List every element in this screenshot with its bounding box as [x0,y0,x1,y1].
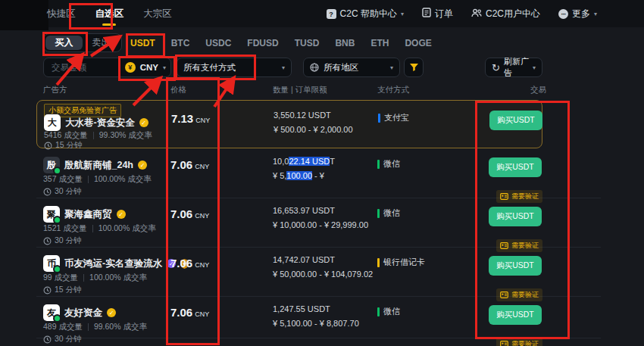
advertiser-name[interactable]: 友好资金 [64,307,102,320]
column-header: 支付方式 [377,85,409,95]
advertiser-name[interactable]: 殷航新商铺_24h [64,159,133,172]
nav-item[interactable]: ···更多▾ [558,8,597,20]
clock-icon [43,188,52,196]
orders-icon [422,8,431,20]
nav-item[interactable]: ?C2C 帮助中心▾ [327,8,404,20]
ad-row: 币币友鸿运-实名查验流水✓99 成交量100.00% 成交率15 分钟7.06C… [36,248,601,297]
trade-cell: 购买USDT [489,111,542,130]
advertiser-name-line: 币币友鸿运-实名查验流水✓ [43,255,189,272]
price-cell: 7.06CNY [170,158,209,172]
buy-usdt-button[interactable]: 购买USDT [489,256,542,276]
coin-tab-eth[interactable]: ETH [370,38,389,48]
payment-method: 银行借记卡 [377,257,425,268]
advertiser-name[interactable]: 大水巷-资金安全 [65,117,135,129]
active-tab-underline [102,23,116,26]
coin-tab-usdc[interactable]: USDC [205,38,231,48]
verified-check-icon: ✓ [138,161,147,170]
coin-tab-usdt[interactable]: USDT [130,38,155,48]
nav-item-label: C2C用户中心 [486,8,540,20]
payment-color-bar [377,209,380,218]
fiat-currency-select[interactable]: CNY [140,63,158,72]
coin-tab-bnb[interactable]: BNB [335,38,355,48]
chevron-down-icon: ▾ [390,64,393,71]
payment-method: 微信 [377,207,400,219]
region-select[interactable]: 所有地区 ▾ [303,58,400,77]
payment-cell: 支付宝 [378,112,409,123]
order-limit: ¥ 5,100.00 - ¥ 8,807.70 [273,319,402,328]
chevron-down-icon: ▾ [594,11,597,17]
column-header: 交易 [530,85,546,95]
advanced-filter-button[interactable] [404,58,424,77]
zone-tab[interactable]: 大宗区 [143,0,172,27]
advertiser-name[interactable]: 币友鸿运-实名查验流水 [64,257,162,270]
buy-usdt-button[interactable]: 购买USDT [489,207,542,226]
buy-usdt-button[interactable]: 购买USDT [489,157,542,177]
buy-usdt-button[interactable]: 购买USDT [489,305,542,325]
advertiser-name[interactable]: 聚海鑫商贸 [64,208,112,221]
nav-item-label: 订单 [435,8,453,20]
payment-cell: 银行借记卡 [377,257,425,268]
coin-tab-tusd[interactable]: TUSD [295,38,320,48]
trade-count: 489 成交量 [43,322,83,332]
trade-cell: 购买USDT需要验证 [489,207,542,226]
stats-divider [92,225,93,232]
price-currency: CNY [195,261,209,269]
order-limit: ¥ 500.00 - ¥ 2,000.00 [274,125,402,134]
coin-tab-btc[interactable]: BTC [171,38,190,48]
payment-method-label: 微信 [383,158,400,170]
refresh-ads-button[interactable]: ↻ 刷新广告 ▾ [485,58,542,77]
price-value: 7.13 [171,112,193,125]
payment-method-label: 微信 [383,207,400,219]
help-center-icon: ? [327,8,336,20]
coin-tab-doge[interactable]: DOGE [405,38,431,48]
price-value: 7.06 [170,158,192,171]
trade-cell: 购买USDT需要验证 [489,305,542,325]
sell-tab[interactable]: 卖出 [83,36,120,50]
nav-item-label: C2C 帮助中心 [340,8,397,20]
chevron-down-icon: ▾ [282,64,285,71]
completion-rate: 100.00% 成交率 [89,273,147,283]
clock-icon [44,142,52,150]
nav-item[interactable]: C2C用户中心 [471,8,540,20]
release-time-label: 30 分钟 [55,235,82,246]
advertiser-name-line: 友友好资金✓ [43,304,116,321]
stats-divider [83,274,84,282]
amount-input[interactable] [50,62,120,73]
payment-method: 微信 [377,158,400,170]
payment-color-bar [377,258,380,267]
chevron-down-icon: ▾ [401,11,404,17]
trade-count: 5416 成交量 [44,130,88,141]
order-limit: ¥ 50,000.00 - ¥ 104,079.02 [273,270,402,279]
completion-rate: 99.30% 成交率 [99,130,152,141]
advertiser-cell: 殷殷航新商铺_24h✓357 成交量100.00% 成交率30 分钟 [43,149,195,198]
advertiser-stats: 357 成交量100.00% 成交率 [43,174,152,185]
coin-tab-fdusd[interactable]: FDUSD [247,38,278,48]
buy-usdt-button[interactable]: 购买USDT [489,111,542,130]
stats-divider [88,323,89,331]
zone-tab[interactable]: 快捷区 [47,0,76,27]
buy-sell-toggle: 买入 卖出 [43,33,122,52]
payment-method-value: 所有支付方式 [183,62,236,73]
payment-color-bar [378,114,380,123]
advertiser-name-line: 大大水巷-资金安全✓ [44,114,148,131]
stats-divider [93,132,94,139]
chevron-down-icon[interactable]: ▾ [163,64,166,71]
payment-method-select[interactable]: 所有支付方式 ▾ [177,58,292,77]
completion-rate: 100.00% 成交率 [98,223,156,234]
price-currency: CNY [195,163,209,170]
trade-cell: 购买USDT需要验证 [489,256,542,276]
release-time-label: 30 分钟 [55,334,82,344]
ad-row: 殷殷航新商铺_24h✓357 成交量100.00% 成交率30 分钟7.06CN… [36,149,601,198]
zone-tab[interactable]: 自选区 [95,0,124,27]
price-currency: CNY [195,117,210,124]
advertiser-stats: 1521 成交量100.00% 成交率 [43,223,156,234]
price-currency: CNY [195,310,209,318]
buy-tab[interactable]: 买入 [45,36,83,50]
completion-rate: 100.00% 成交率 [94,174,152,185]
advertiser-stats: 5416 成交量99.30% 成交率 [44,130,152,141]
id-card-icon [500,341,508,346]
nav-item[interactable]: 订单 [422,8,453,20]
column-header: 广告方 [43,85,67,95]
advertiser-name-line: 聚聚海鑫商贸✓ [43,206,126,223]
clock-icon [43,286,52,295]
